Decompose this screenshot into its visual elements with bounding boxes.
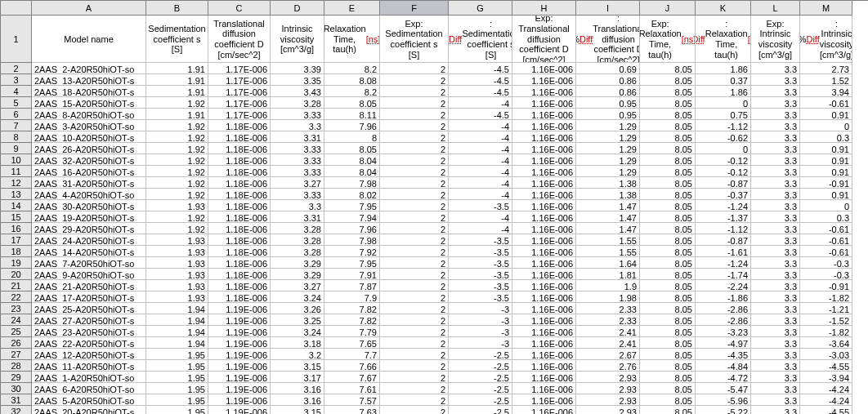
cell-J31[interactable]: 8.05 bbox=[640, 394, 696, 406]
row-header-22[interactable]: 22 bbox=[1, 292, 32, 303]
cell-L7[interactable]: 3.3 bbox=[751, 120, 800, 131]
cell-F6[interactable]: 2 bbox=[380, 109, 449, 120]
cell-I14[interactable]: 1.47 bbox=[576, 200, 640, 211]
row-header-24[interactable]: 24 bbox=[1, 314, 32, 326]
cell-E6[interactable]: 8.11 bbox=[324, 109, 380, 120]
cell-C30[interactable]: 1.19E-006 bbox=[208, 383, 271, 394]
cell-D12[interactable]: 3.27 bbox=[271, 177, 324, 189]
row-header-13[interactable]: 13 bbox=[1, 189, 32, 200]
cell-J10[interactable]: 8.05 bbox=[640, 154, 696, 166]
col-header-K[interactable]: K bbox=[696, 1, 751, 16]
cell-B12[interactable]: 1.92 bbox=[146, 177, 208, 189]
cell-M25[interactable]: -1.82 bbox=[800, 326, 852, 337]
cell-B6[interactable]: 1.91 bbox=[146, 109, 208, 120]
cell-B10[interactable]: 1.92 bbox=[146, 154, 208, 166]
row-header-1[interactable]: 1 bbox=[1, 16, 32, 63]
cell-D4[interactable]: 3.43 bbox=[271, 86, 324, 97]
cell-I23[interactable]: 2.33 bbox=[576, 303, 640, 314]
cell-G26[interactable]: -3 bbox=[449, 337, 512, 349]
cell-K12[interactable]: -0.87 bbox=[696, 177, 751, 189]
cell-E24[interactable]: 7.82 bbox=[324, 314, 380, 326]
cell-G17[interactable]: -3.5 bbox=[449, 234, 512, 246]
cell-L23[interactable]: 3.3 bbox=[751, 303, 800, 314]
cell-C24[interactable]: 1.19E-006 bbox=[208, 314, 271, 326]
cell-I12[interactable]: 1.38 bbox=[576, 177, 640, 189]
cell-C21[interactable]: 1.18E-006 bbox=[208, 280, 271, 292]
cell-L9[interactable]: 3.3 bbox=[751, 143, 800, 154]
cell-J7[interactable]: 8.05 bbox=[640, 120, 696, 131]
cell-A32[interactable]: 2AAS_20-A20R50hiOT-s bbox=[32, 406, 146, 414]
cell-B32[interactable]: 1.95 bbox=[146, 406, 208, 414]
cell-J8[interactable]: 8.05 bbox=[640, 131, 696, 143]
cell-E20[interactable]: 7.91 bbox=[324, 269, 380, 280]
cell-J29[interactable]: 8.05 bbox=[640, 372, 696, 383]
col-header-I[interactable]: I bbox=[576, 1, 640, 16]
cell-F32[interactable]: 2 bbox=[380, 406, 449, 414]
cell-E17[interactable]: 7.98 bbox=[324, 234, 380, 246]
cell-I27[interactable]: 2.67 bbox=[576, 349, 640, 360]
cell-E9[interactable]: 8.05 bbox=[324, 143, 380, 154]
cell-B17[interactable]: 1.93 bbox=[146, 234, 208, 246]
cell-M12[interactable]: -0.91 bbox=[800, 177, 852, 189]
cell-J15[interactable]: 8.05 bbox=[640, 211, 696, 223]
cell-D9[interactable]: 3.33 bbox=[271, 143, 324, 154]
cell-A16[interactable]: 2AAS_29-A20R50hiOT-s bbox=[32, 223, 146, 234]
cell-C28[interactable]: 1.19E-006 bbox=[208, 360, 271, 372]
cell-E3[interactable]: 8.08 bbox=[324, 74, 380, 86]
row-header-4[interactable]: 4 bbox=[1, 86, 32, 97]
cell-K29[interactable]: -4.72 bbox=[696, 372, 751, 383]
row-header-32[interactable]: 32 bbox=[1, 406, 32, 414]
cell-J11[interactable]: 8.05 bbox=[640, 166, 696, 177]
cell-K26[interactable]: -4.97 bbox=[696, 337, 751, 349]
cell-F7[interactable]: 2 bbox=[380, 120, 449, 131]
cell-G18[interactable]: -3.5 bbox=[449, 246, 512, 257]
cell-E27[interactable]: 7.7 bbox=[324, 349, 380, 360]
col-header-C[interactable]: C bbox=[208, 1, 271, 16]
cell-E21[interactable]: 7.87 bbox=[324, 280, 380, 292]
cell-F17[interactable]: 2 bbox=[380, 234, 449, 246]
cell-G22[interactable]: -3.5 bbox=[449, 292, 512, 303]
cell-G19[interactable]: -3.5 bbox=[449, 257, 512, 269]
cell-A12[interactable]: 2AAS_31-A20R50hiOT-s bbox=[32, 177, 146, 189]
cell-I7[interactable]: 1.29 bbox=[576, 120, 640, 131]
cell-H22[interactable]: 1.16E-006 bbox=[512, 292, 576, 303]
cell-E14[interactable]: 7.95 bbox=[324, 200, 380, 211]
cell-H29[interactable]: 1.16E-006 bbox=[512, 372, 576, 383]
cell-M29[interactable]: -3.94 bbox=[800, 372, 852, 383]
cell-D22[interactable]: 3.24 bbox=[271, 292, 324, 303]
cell-F14[interactable]: 2 bbox=[380, 200, 449, 211]
cell-G32[interactable]: -2.5 bbox=[449, 406, 512, 414]
cell-E10[interactable]: 8.04 bbox=[324, 154, 380, 166]
cell-D11[interactable]: 3.33 bbox=[271, 166, 324, 177]
cell-L31[interactable]: 3.3 bbox=[751, 394, 800, 406]
cell-B9[interactable]: 1.92 bbox=[146, 143, 208, 154]
cell-E13[interactable]: 8.02 bbox=[324, 189, 380, 200]
cell-H12[interactable]: 1.16E-006 bbox=[512, 177, 576, 189]
cell-H14[interactable]: 1.16E-006 bbox=[512, 200, 576, 211]
cell-L20[interactable]: 3.3 bbox=[751, 269, 800, 280]
cell-M26[interactable]: -3.64 bbox=[800, 337, 852, 349]
cell-A8[interactable]: 2AAS_10-A20R50hiOT-s bbox=[32, 131, 146, 143]
cell-A20[interactable]: 2AAS_9-A20R50hiOT-so bbox=[32, 269, 146, 280]
cell-J32[interactable]: 8.05 bbox=[640, 406, 696, 414]
cell-D27[interactable]: 3.2 bbox=[271, 349, 324, 360]
cell-F21[interactable]: 2 bbox=[380, 280, 449, 292]
cell-A28[interactable]: 2AAS_11-A20R50hiOT-s bbox=[32, 360, 146, 372]
cell-F31[interactable]: 2 bbox=[380, 394, 449, 406]
cell-G8[interactable]: -4 bbox=[449, 131, 512, 143]
cell-D2[interactable]: 3.39 bbox=[271, 63, 324, 74]
cell-G11[interactable]: -4 bbox=[449, 166, 512, 177]
cell-M24[interactable]: -1.52 bbox=[800, 314, 852, 326]
cell-A7[interactable]: 2AAS_3-A20R50hiOT-so bbox=[32, 120, 146, 131]
cell-A27[interactable]: 2AAS_12-A20R50hiOT-s bbox=[32, 349, 146, 360]
cell-K21[interactable]: -2.24 bbox=[696, 280, 751, 292]
header-cell-A[interactable]: Model name bbox=[32, 16, 146, 63]
cell-E22[interactable]: 7.9 bbox=[324, 292, 380, 303]
cell-H6[interactable]: 1.16E-006 bbox=[512, 109, 576, 120]
cell-D15[interactable]: 3.31 bbox=[271, 211, 324, 223]
cell-J16[interactable]: 8.05 bbox=[640, 223, 696, 234]
cell-K10[interactable]: -0.12 bbox=[696, 154, 751, 166]
cell-A19[interactable]: 2AAS_7-A20R50hiOT-so bbox=[32, 257, 146, 269]
cell-G27[interactable]: -2.5 bbox=[449, 349, 512, 360]
cell-E26[interactable]: 7.65 bbox=[324, 337, 380, 349]
